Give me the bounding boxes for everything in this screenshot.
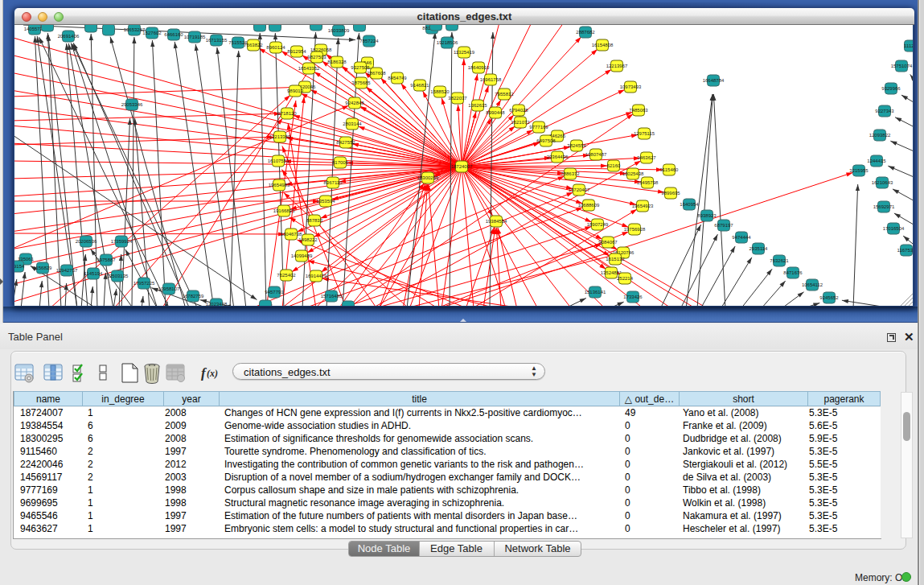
svg-text:16713155: 16713155 [206,38,228,43]
svg-text:16914479: 16914479 [306,274,327,278]
svg-text:9899695: 9899695 [661,191,680,196]
svg-text:11126: 11126 [904,43,913,48]
svg-text:16033809: 16033809 [328,28,350,33]
svg-text:6497508: 6497508 [536,138,556,143]
svg-text:3215955: 3215955 [849,168,869,173]
svg-text:10025438: 10025438 [622,171,644,176]
svg-text:8186328: 8186328 [327,60,347,64]
svg-text:817006: 817006 [332,160,349,165]
svg-text:3875685: 3875685 [351,80,371,85]
svg-text:(x): (x) [207,368,218,379]
svg-text:2718120: 2718120 [277,111,297,116]
svg-text:20206536: 20206536 [76,239,97,244]
svg-text:2887682: 2887682 [576,30,595,35]
svg-text:1498222: 1498222 [298,237,318,242]
svg-text:2935114: 2935114 [749,246,769,251]
svg-text:9245652: 9245652 [819,295,839,300]
svg-text:19756928: 19756928 [624,227,646,232]
svg-text:16648784: 16648784 [703,78,725,83]
svg-text:12093822: 12093822 [869,133,891,138]
svg-text:12023448: 12023448 [206,302,228,306]
svg-text:19218506: 19218506 [437,40,458,45]
svg-text:19654923: 19654923 [632,204,654,208]
svg-text:1615132: 1615132 [606,257,625,262]
svg-text:9146821: 9146821 [410,83,429,88]
svg-text:7663822: 7663822 [244,43,263,47]
svg-text:19166825: 19166825 [273,208,295,213]
svg-text:18907249: 18907249 [587,222,609,227]
svg-text:12213369: 12213369 [269,134,291,139]
svg-text:8367110: 8367110 [324,180,343,185]
svg-text:39154: 39154 [14,264,25,269]
svg-text:9242848: 9242848 [345,101,364,105]
svg-text:2867608: 2867608 [367,71,386,76]
svg-text:1640954: 1640954 [680,202,699,207]
svg-text:16107553: 16107553 [268,159,290,163]
svg-text:17957225: 17957225 [133,281,155,286]
svg-text:19654983: 19654983 [269,183,290,187]
svg-text:10719185: 10719185 [184,35,206,39]
svg-text:1353594: 1353594 [316,199,335,204]
svg-text:9227343: 9227343 [875,109,894,113]
svg-text:14099489: 14099489 [291,253,313,258]
svg-text:15136141: 15136141 [585,290,606,295]
svg-text:1621072: 1621072 [511,120,530,125]
svg-text:19384554: 19384554 [486,219,507,224]
svg-text:7886372: 7886372 [561,171,580,176]
svg-text:10688609: 10688609 [578,203,600,208]
svg-text:9115460: 9115460 [660,167,680,172]
svg-text:11325419: 11325419 [454,50,475,55]
svg-text:1156829: 1156829 [34,266,53,270]
svg-text:10973493: 10973493 [620,84,642,89]
svg-text:29053346: 29053346 [121,102,143,107]
svg-text:16210643: 16210643 [872,180,893,185]
svg-text:12942757: 12942757 [56,268,78,273]
svg-text:9474444: 9474444 [732,235,751,240]
svg-text:8912954: 8912954 [287,49,306,54]
svg-text:989013: 989013 [287,89,304,93]
svg-text:7955812: 7955812 [495,92,514,97]
svg-text:8938923: 8938923 [697,213,717,218]
svg-text:16782759: 16782759 [183,294,204,299]
svg-text:9777169: 9777169 [529,125,548,130]
svg-text:7632621: 7632621 [770,258,789,263]
svg-text:8427552: 8427552 [336,140,355,145]
svg-text:17016504: 17016504 [883,226,905,231]
svg-text:10807487: 10807487 [585,152,607,157]
svg-text:7625402: 7625402 [277,273,296,278]
svg-text:18724007: 18724007 [451,164,473,169]
svg-text:15751074: 15751074 [891,64,913,68]
svg-text:9327505: 9327505 [351,65,370,70]
svg-text:16543352: 16543352 [298,66,320,71]
svg-text:12503135: 12503135 [107,274,129,278]
svg-text:1362615: 1362615 [468,103,487,108]
svg-text:12213967: 12213967 [606,64,628,68]
svg-text:9827503: 9827503 [307,55,326,60]
svg-text:62160: 62160 [607,163,621,168]
svg-text:15716485: 15716485 [321,294,343,299]
svg-text:20691406: 20691406 [58,34,80,39]
svg-text:1145194: 1145194 [84,271,104,276]
svg-text:10654112: 10654112 [802,282,823,287]
svg-text:8454749: 8454749 [388,76,407,80]
svg-text:8990448: 8990448 [486,110,505,115]
svg-text:1167534: 1167534 [897,248,913,253]
svg-text:16154808: 16154808 [592,43,614,47]
svg-text:16961758: 16961758 [480,77,502,82]
svg-text:16046738: 16046738 [281,232,302,237]
svg-text:6879197: 6879197 [714,223,733,228]
svg-text:6466160: 6466160 [164,32,183,37]
svg-text:18640910: 18640910 [468,65,490,70]
svg-text:9084067: 9084067 [598,240,618,245]
svg-text:252214: 252214 [617,276,634,281]
svg-text:15720407: 15720407 [569,187,590,192]
svg-text:2803144: 2803144 [343,122,362,126]
svg-text:6794028: 6794028 [509,108,528,113]
svg-text:9463627: 9463627 [637,155,656,160]
svg-text:7857224: 7857224 [359,39,379,43]
svg-text:3824554: 3824554 [567,143,586,148]
svg-text:1527602: 1527602 [142,31,162,35]
svg-text:12975115: 12975115 [634,131,655,136]
svg-text:8960124: 8960124 [266,45,285,50]
svg-text:7485063: 7485063 [629,108,648,113]
